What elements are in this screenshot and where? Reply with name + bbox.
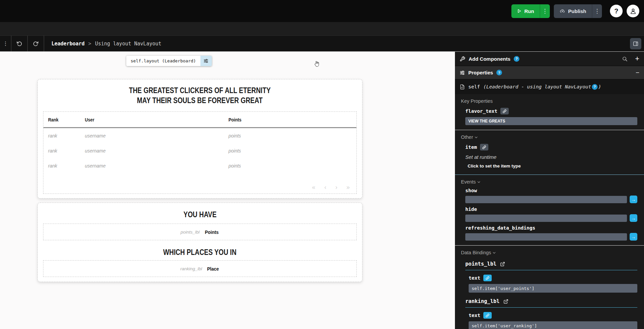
- form-file-icon: [460, 84, 465, 90]
- user-icon: [630, 8, 637, 15]
- property-name-row: text: [469, 275, 637, 281]
- hand-cursor-icon: [313, 60, 320, 68]
- datagrid-row[interactable]: rank username points: [43, 143, 356, 158]
- account-button[interactable]: [627, 5, 639, 17]
- layout-chip-settings-button[interactable]: [200, 56, 212, 66]
- bind-link-icon[interactable]: [500, 108, 509, 114]
- datagrid-pagination: « ‹ › »: [312, 184, 350, 191]
- key-properties-label: Key Properties: [461, 98, 493, 104]
- binding-ranking-lbl: ranking_lbl text: [465, 298, 637, 329]
- datagrid-header-row: Rank User Points: [43, 112, 356, 128]
- datagrid-row[interactable]: rank username points: [43, 158, 356, 173]
- points-binding-code-input[interactable]: [469, 284, 637, 293]
- help-badge-icon[interactable]: ?: [496, 70, 502, 75]
- go-to-handler-button[interactable]: →: [630, 233, 637, 241]
- refreshing-data-bindings-event-input[interactable]: [465, 233, 627, 241]
- cell-username: username: [85, 133, 228, 138]
- leaderboard-card[interactable]: THE GREATEST CLICKERS OF ALL ETERNITY MA…: [37, 79, 362, 199]
- event-show: show →: [465, 188, 637, 203]
- previous-page-icon[interactable]: ‹: [324, 184, 326, 191]
- open-component-icon[interactable]: [500, 262, 505, 267]
- ranking-label-component[interactable]: ranking_lbl Place: [43, 260, 357, 277]
- you-have-heading-text: YOU HAVE: [183, 210, 216, 220]
- sliders-icon: [203, 58, 208, 63]
- item-runtime-note: Set at runtime: [465, 154, 637, 160]
- cell-username: username: [85, 148, 228, 153]
- column-header-rank: Rank: [48, 117, 79, 122]
- event-name: show: [465, 188, 637, 193]
- plus-icon[interactable]: +: [635, 55, 639, 62]
- stats-card[interactable]: YOU HAVE points_lbl Points WHICH PLACES …: [37, 203, 362, 282]
- property-name-row: text: [469, 312, 637, 319]
- breadcrumb-right: [630, 36, 644, 51]
- run-options-button[interactable]: ⋮: [540, 4, 550, 18]
- data-bindings-section: Data Bindings points_lbl text: [455, 246, 644, 329]
- ranking-binding-code-input[interactable]: [469, 321, 637, 329]
- open-component-icon[interactable]: [503, 299, 508, 304]
- binding-divider: [465, 307, 637, 308]
- layout-chip[interactable]: self.layout (Leaderboard): [126, 56, 212, 66]
- event-refreshing-data-bindings: refreshing_data_bindings →: [465, 225, 637, 241]
- which-places-heading-text: WHICH PLACES YOU IN: [163, 247, 236, 257]
- other-section: Other item Set at runtime Click to set t…: [455, 130, 644, 175]
- next-page-icon[interactable]: ›: [335, 184, 337, 191]
- bind-link-active-icon[interactable]: [483, 312, 492, 319]
- events-label: Events: [461, 179, 476, 185]
- event-handler-row: →: [465, 214, 637, 222]
- properties-header[interactable]: Properties ? −: [455, 66, 644, 79]
- go-to-handler-button[interactable]: →: [630, 214, 637, 222]
- redo-button[interactable]: [28, 36, 44, 51]
- component-id: ranking_lbl: [180, 266, 202, 271]
- publish-options-button[interactable]: ⋮: [592, 4, 602, 18]
- undo-button[interactable]: [11, 36, 28, 51]
- component-text: Place: [207, 266, 219, 272]
- first-page-icon[interactable]: «: [312, 184, 315, 191]
- points-label-component[interactable]: points_lbl Points: [43, 224, 357, 240]
- collapse-icon[interactable]: −: [636, 69, 639, 76]
- cell-rank: rank: [48, 163, 85, 169]
- event-handler-row: →: [465, 196, 637, 203]
- data-bindings-section-header[interactable]: Data Bindings: [461, 250, 496, 255]
- you-have-heading: YOU HAVE: [38, 210, 362, 220]
- cell-points: points: [228, 133, 352, 138]
- arrow-right-icon: →: [631, 197, 636, 202]
- flavor-text-input[interactable]: [465, 117, 637, 125]
- hide-event-input[interactable]: [465, 215, 627, 222]
- help-badge-icon[interactable]: ?: [514, 56, 519, 62]
- leaderboard-title-line2: MAY THEIR SOULS BE FOREVER GREAT: [137, 95, 263, 105]
- set-item-type-action[interactable]: Click to set the item type: [468, 163, 521, 169]
- wrench-icon: [460, 56, 465, 62]
- properties-panel: Add Components ? + Properties ? −: [455, 52, 644, 329]
- breadcrumb-layout-name[interactable]: Using layout NavLayout: [95, 41, 161, 47]
- design-canvas[interactable]: self.layout (Leaderboard) THE GREATEST C…: [0, 52, 455, 329]
- selected-component-desc-close: ): [598, 84, 601, 89]
- binding-component-row: points_lbl: [465, 261, 637, 267]
- bind-link-active-icon[interactable]: [483, 275, 492, 281]
- go-to-handler-button[interactable]: →: [630, 196, 637, 203]
- other-section-header[interactable]: Other: [461, 134, 478, 140]
- add-components-header[interactable]: Add Components ? +: [455, 52, 644, 66]
- publish-button[interactable]: Publish: [554, 4, 592, 18]
- bind-link-icon[interactable]: [480, 144, 488, 150]
- breadcrumb-form-name[interactable]: Leaderboard: [51, 41, 85, 47]
- last-page-icon[interactable]: »: [346, 184, 350, 191]
- leaderboard-datagrid[interactable]: Rank User Points rank username points ra…: [43, 111, 357, 194]
- other-label: Other: [461, 134, 473, 140]
- chevron-down-icon: [492, 251, 496, 255]
- datagrid-row[interactable]: rank username points: [43, 128, 356, 143]
- run-button[interactable]: Run: [511, 4, 540, 18]
- undo-icon: [16, 41, 22, 47]
- more-menu-button[interactable]: ⋮: [0, 36, 11, 51]
- help-button[interactable]: ?: [610, 5, 623, 17]
- show-event-input[interactable]: [465, 196, 627, 203]
- help-badge-icon[interactable]: ?: [592, 84, 598, 90]
- flavor-text-property: flavor_text: [465, 108, 637, 125]
- cell-username: username: [85, 163, 228, 169]
- kebab-icon: ⋮: [3, 40, 8, 47]
- selected-component-row[interactable]: self (Leaderboard - using layout NavLayo…: [455, 79, 644, 94]
- toggle-side-panel-button[interactable]: [630, 38, 641, 49]
- leaderboard-title: THE GREATEST CLICKERS OF ALL ETERNITY MA…: [38, 85, 362, 105]
- add-components-label: Add Components: [469, 56, 510, 62]
- events-section-header[interactable]: Events: [461, 179, 481, 185]
- search-icon[interactable]: [622, 56, 628, 62]
